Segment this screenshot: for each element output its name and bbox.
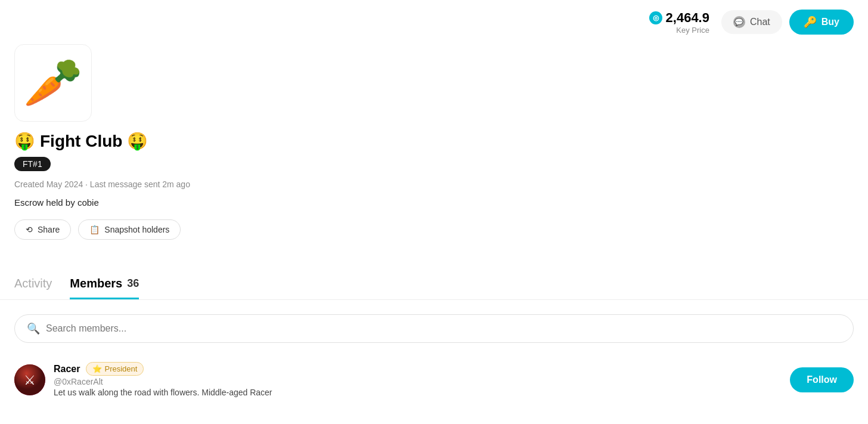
members-list: ⚔ Racer ⭐ President @0xRacerAlt Let us w… bbox=[0, 355, 868, 404]
table-row: ⚔ Racer ⭐ President @0xRacerAlt Let us w… bbox=[14, 355, 854, 404]
share-icon: ⟲ bbox=[26, 225, 33, 234]
tab-members[interactable]: Members 36 bbox=[70, 270, 139, 299]
activity-tab-label: Activity bbox=[14, 277, 52, 290]
president-badge: ⭐ President bbox=[86, 362, 144, 376]
buy-label: Buy bbox=[822, 17, 839, 27]
club-image: 🥕 bbox=[14, 44, 92, 122]
follow-button[interactable]: Follow bbox=[790, 367, 854, 392]
tab-activity[interactable]: Activity bbox=[14, 270, 52, 299]
follow-label: Follow bbox=[807, 375, 837, 385]
key-price-number: 2,464.9 bbox=[666, 10, 709, 26]
key-price-section: ◎ 2,464.9 Key Price bbox=[649, 10, 709, 35]
price-currency-icon: ◎ bbox=[649, 11, 662, 24]
action-buttons: ⟲ Share 📋 Snapshot holders bbox=[14, 219, 854, 240]
members-tab-count: 36 bbox=[127, 277, 139, 290]
member-bio: Let us walk along the road with flowers.… bbox=[54, 388, 782, 397]
snapshot-button[interactable]: 📋 Snapshot holders bbox=[78, 219, 181, 240]
key-price-value: ◎ 2,464.9 bbox=[649, 10, 709, 26]
top-bar: ◎ 2,464.9 Key Price 💬 Chat 🔑 Buy bbox=[0, 0, 868, 44]
club-emoji-right: 🤑 bbox=[127, 131, 148, 151]
club-title: 🤑 Fight Club 🤑 bbox=[14, 131, 854, 151]
snapshot-label: Snapshot holders bbox=[104, 225, 169, 234]
members-tab-label: Members bbox=[70, 277, 122, 290]
chat-label: Chat bbox=[750, 17, 770, 27]
badge-label: President bbox=[104, 364, 137, 373]
club-tag: FT#1 bbox=[14, 157, 51, 171]
chat-bubble-icon: 💬 bbox=[733, 16, 745, 28]
star-icon: ⭐ bbox=[92, 364, 102, 373]
key-icon: 🔑 bbox=[804, 16, 817, 29]
member-name-row: Racer ⭐ President bbox=[54, 362, 782, 376]
svg-text:⚔: ⚔ bbox=[24, 373, 36, 388]
member-info: Racer ⭐ President @0xRacerAlt Let us wal… bbox=[54, 362, 782, 397]
club-name: Fight Club bbox=[40, 132, 122, 151]
escrow-text: Escrow held by cobie bbox=[14, 197, 854, 208]
avatar: ⚔ bbox=[14, 364, 45, 395]
chat-button[interactable]: 💬 Chat bbox=[721, 10, 782, 34]
key-price-label: Key Price bbox=[676, 26, 709, 35]
profile-section: 🥕 🤑 Fight Club 🤑 FT#1 Created May 2024 ·… bbox=[0, 44, 868, 270]
search-input[interactable] bbox=[46, 323, 841, 334]
buy-button[interactable]: 🔑 Buy bbox=[789, 10, 854, 35]
snapshot-icon: 📋 bbox=[89, 225, 100, 234]
search-icon: 🔍 bbox=[27, 322, 40, 335]
meta-info: Created May 2024 · Last message sent 2m … bbox=[14, 179, 854, 189]
member-handle: @0xRacerAlt bbox=[54, 377, 782, 386]
share-button[interactable]: ⟲ Share bbox=[14, 219, 71, 240]
tabs-section: Activity Members 36 bbox=[0, 270, 868, 300]
search-section: 🔍 bbox=[0, 314, 868, 343]
search-container: 🔍 bbox=[14, 314, 854, 343]
member-name: Racer bbox=[54, 364, 80, 375]
share-label: Share bbox=[38, 225, 60, 234]
club-emoji-left: 🤑 bbox=[14, 131, 35, 151]
